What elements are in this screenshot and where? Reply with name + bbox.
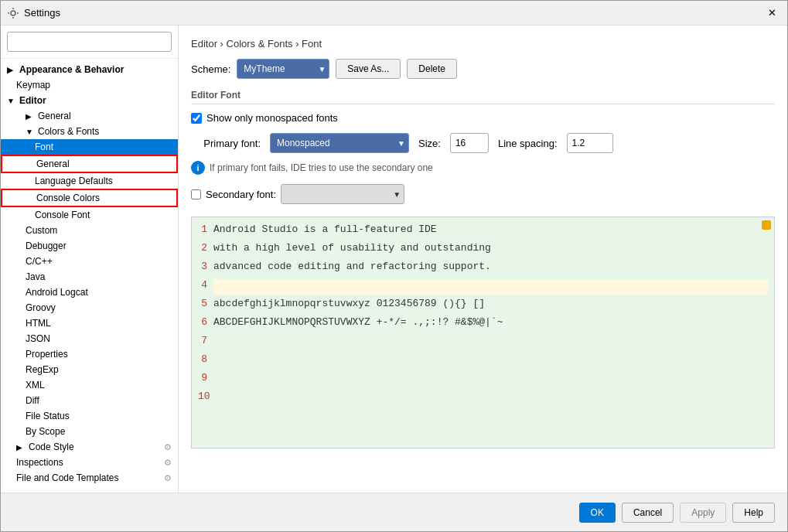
secondary-font-row: Secondary font: ▼ [191, 184, 775, 204]
sidebar-item-label: Colors & Fonts [38, 126, 99, 137]
secondary-font-dropdown[interactable]: ▼ [281, 184, 404, 204]
sidebar-item-appearance[interactable]: ▶ Appearance & Behavior [1, 62, 178, 77]
sidebar-item-label: Language Defaults [35, 176, 113, 186]
sidebar-item-html[interactable]: HTML [1, 315, 178, 331]
sidebar-item-xml[interactable]: XML [1, 377, 178, 393]
sidebar-item-file-code-templates[interactable]: File and Code Templates ⚙ [1, 470, 178, 486]
secondary-font-checkbox[interactable] [191, 189, 201, 200]
scheme-dropdown[interactable]: MyTheme ▼ [237, 59, 329, 79]
sidebar-item-colors-fonts[interactable]: ▼ Colors & Fonts [1, 124, 178, 139]
sidebar-item-label: By Scope [26, 426, 65, 437]
sidebar-item-label: C/C++ [26, 256, 53, 267]
apply-button[interactable]: Apply [680, 503, 726, 523]
sidebar-item-label: HTML [26, 318, 51, 329]
expand-arrow-icon: ▶ [7, 66, 16, 74]
delete-button[interactable]: Delete [407, 59, 457, 79]
sidebar-item-label: Java [26, 271, 45, 282]
info-icon: i [191, 161, 205, 175]
breadcrumb: Editor › Colors & Fonts › Font [191, 38, 775, 49]
code-style-icon: ⚙ [164, 442, 172, 452]
search-input[interactable] [7, 32, 172, 52]
sidebar-item-file-status[interactable]: File Status [1, 408, 178, 424]
ok-button[interactable]: OK [579, 503, 616, 523]
sidebar-item-properties[interactable]: Properties [1, 346, 178, 362]
sidebar-item-diff[interactable]: Diff [1, 393, 178, 408]
sidebar-item-c-cpp[interactable]: C/C++ [1, 254, 178, 269]
sidebar-item-console-font[interactable]: Console Font [1, 207, 178, 223]
sidebar-item-general[interactable]: ▶ General [1, 108, 178, 124]
line-number: 7 [198, 335, 213, 346]
preview-line-2: 2 with a high level of usability and out… [198, 242, 768, 261]
inspections-icon: ⚙ [164, 458, 172, 468]
primary-font-label: Primary font: [191, 138, 261, 149]
sidebar-item-language-defaults[interactable]: Language Defaults [1, 173, 178, 189]
sidebar-item-json[interactable]: JSON [1, 331, 178, 346]
size-input[interactable] [450, 133, 489, 153]
scheme-row: Scheme: MyTheme ▼ Save As... Delete [191, 59, 775, 79]
settings-window: Settings ✕ ▶ Appearance & Behavior Keyma… [0, 0, 788, 532]
sidebar-item-label: RegExp [26, 364, 59, 375]
sidebar-item-label: File and Code Templates [16, 472, 119, 483]
sidebar-item-by-scope[interactable]: By Scope [1, 424, 178, 439]
sidebar-item-custom[interactable]: Custom [1, 223, 178, 238]
preview-line-9: 9 [198, 372, 768, 390]
sidebar-item-java[interactable]: Java [1, 269, 178, 285]
line-content: advanced code editing and refactoring su… [213, 261, 768, 272]
preview-line-10: 10 [198, 390, 768, 409]
cancel-button[interactable]: Cancel [622, 503, 674, 523]
sidebar-item-label: Debugger [26, 240, 67, 251]
line-number: 10 [198, 390, 217, 402]
sidebar-item-label: Appearance & Behavior [19, 64, 124, 75]
bottom-bar: OK Cancel Apply Help [1, 493, 787, 531]
save-as-button[interactable]: Save As... [336, 59, 401, 79]
line-content: abcdefghijklmnopqrstuvwxyz 0123456789 ()… [213, 298, 768, 309]
line-content: Android Studio is a full-featured IDE [213, 223, 768, 235]
info-row: i If primary font fails, IDE tries to us… [191, 161, 775, 175]
close-button[interactable]: ✕ [762, 4, 781, 22]
monospaced-checkbox[interactable] [191, 113, 202, 124]
help-button[interactable]: Help [732, 503, 775, 523]
preview-area: 1 Android Studio is a full-featured IDE … [191, 217, 775, 448]
main-panel: Editor › Colors & Fonts › Font Scheme: M… [179, 26, 787, 493]
sidebar-item-groovy[interactable]: Groovy [1, 300, 178, 315]
sidebar-item-general2[interactable]: General [1, 155, 178, 173]
sidebar-item-android-logcat[interactable]: Android Logcat [1, 285, 178, 300]
svg-point-0 [11, 11, 15, 15]
expand-arrow-icon: ▼ [26, 128, 35, 136]
line-spacing-input[interactable] [567, 133, 613, 153]
sidebar-item-label: File Status [26, 411, 70, 421]
breadcrumb-colors-fonts: Colors & Fonts [227, 38, 293, 49]
sidebar-item-regexp[interactable]: RegExp [1, 362, 178, 377]
line-content: ABCDEFGHIJKLMNOPQRSTUVWXYZ +-*/= .,;:!? … [213, 316, 768, 328]
primary-font-dropdown[interactable]: Monospaced ▼ [270, 133, 409, 153]
sidebar-item-font[interactable]: Font [1, 139, 178, 155]
sidebar-item-editor[interactable]: ▼ Editor [1, 93, 178, 108]
line-spacing-label: Line spacing: [498, 138, 558, 149]
line-number: 8 [198, 353, 213, 365]
sidebar-item-inspections[interactable]: Inspections ⚙ [1, 455, 178, 470]
sidebar-item-label: Properties [26, 349, 68, 360]
file-templates-icon: ⚙ [164, 473, 172, 483]
breadcrumb-font: Font [302, 38, 322, 49]
sidebar: ▶ Appearance & Behavior Keymap ▼ Editor … [1, 26, 179, 493]
sidebar-item-keymap[interactable]: Keymap [1, 77, 178, 93]
close-icon: ✕ [768, 7, 776, 19]
sidebar-item-debugger[interactable]: Debugger [1, 238, 178, 254]
preview-line-3: 3 advanced code editing and refactoring … [198, 261, 768, 279]
search-box [1, 26, 178, 59]
sidebar-item-console-colors[interactable]: Console Colors [1, 189, 178, 207]
dropdown-arrow-icon: ▼ [393, 190, 401, 199]
size-label: Size: [418, 138, 441, 149]
sidebar-item-label: Editor [19, 95, 46, 106]
info-text: If primary font fails, IDE tries to use … [210, 162, 433, 173]
preview-line-1: 1 Android Studio is a full-featured IDE [198, 223, 768, 242]
line-number: 9 [198, 372, 213, 384]
line-number: 3 [198, 261, 213, 272]
line-number: 6 [198, 316, 213, 328]
sidebar-item-code-style[interactable]: ▶ Code Style ⚙ [1, 439, 178, 455]
dropdown-arrow-icon: ▼ [397, 139, 405, 148]
line-number: 4 [198, 279, 213, 291]
preview-line-7: 7 [198, 335, 768, 353]
sidebar-item-label: Console Colors [36, 193, 100, 203]
breadcrumb-sep2: › [295, 38, 302, 49]
